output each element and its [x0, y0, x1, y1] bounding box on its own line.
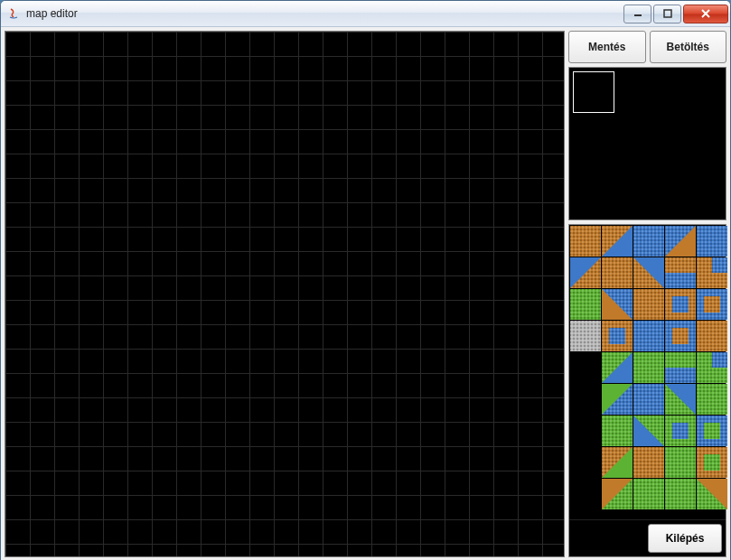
palette-tile[interactable]	[665, 289, 696, 320]
palette-tile[interactable]	[697, 447, 727, 478]
exit-row: Kilépés	[569, 519, 726, 556]
palette-tile[interactable]	[602, 321, 633, 351]
minimap-cursor	[573, 71, 614, 113]
palette-tile[interactable]	[665, 447, 696, 478]
java-icon	[6, 6, 21, 21]
palette-tile[interactable]	[602, 352, 633, 383]
palette-tile[interactable]	[602, 447, 633, 478]
grid-overlay	[5, 32, 564, 556]
palette-tile[interactable]	[602, 257, 633, 288]
palette-tile[interactable]	[633, 321, 664, 351]
palette-grid	[569, 225, 726, 510]
palette-tile[interactable]	[570, 289, 601, 320]
palette-tile[interactable]	[633, 479, 664, 509]
palette-tile[interactable]	[602, 289, 633, 320]
palette-tile[interactable]	[665, 384, 696, 415]
palette-tile[interactable]	[665, 257, 696, 288]
save-button[interactable]: Mentés	[568, 31, 646, 63]
palette-tile[interactable]	[697, 352, 727, 383]
palette-tile[interactable]	[665, 479, 696, 509]
palette-tile[interactable]	[570, 447, 601, 478]
palette-tile[interactable]	[602, 384, 633, 415]
palette-tile[interactable]	[665, 226, 696, 257]
palette-tile[interactable]	[633, 226, 664, 257]
palette-tile[interactable]	[570, 321, 601, 351]
palette-tile[interactable]	[602, 226, 633, 257]
load-button[interactable]: Betöltés	[650, 31, 727, 63]
palette-tile[interactable]	[697, 415, 727, 446]
palette-tile[interactable]	[570, 479, 601, 509]
tile-palette: Kilépés	[568, 224, 726, 557]
palette-tile[interactable]	[602, 479, 633, 509]
side-panel: Mentés Betöltés Kilépés	[568, 31, 726, 557]
palette-tile[interactable]	[665, 321, 696, 351]
palette-tile[interactable]	[633, 352, 664, 383]
palette-tile[interactable]	[697, 321, 727, 351]
top-button-row: Mentés Betöltés	[568, 31, 726, 63]
svg-rect-1	[664, 10, 671, 17]
palette-tile[interactable]	[697, 384, 727, 415]
palette-tile[interactable]	[665, 352, 696, 383]
client-area: Mentés Betöltés Kilépés	[1, 27, 730, 560]
palette-tile[interactable]	[602, 415, 633, 446]
palette-tile[interactable]	[697, 257, 727, 288]
palette-tile[interactable]	[697, 226, 727, 257]
titlebar[interactable]: map editor	[1, 1, 730, 27]
app-window: map editor Mentés Betöltés Kilépés	[0, 0, 731, 560]
exit-button[interactable]: Kilépés	[648, 524, 722, 553]
minimap-panel[interactable]	[568, 67, 726, 220]
palette-tile[interactable]	[570, 352, 601, 383]
palette-tile[interactable]	[633, 415, 664, 446]
palette-tile[interactable]	[633, 384, 664, 415]
map-canvas[interactable]	[5, 31, 565, 557]
palette-tile[interactable]	[633, 289, 664, 320]
window-title: map editor	[26, 7, 623, 20]
palette-tile[interactable]	[570, 226, 601, 257]
palette-tile[interactable]	[570, 415, 601, 446]
palette-tile[interactable]	[633, 257, 664, 288]
window-controls	[623, 5, 728, 23]
palette-tile[interactable]	[570, 257, 601, 288]
palette-tile[interactable]	[697, 289, 727, 320]
maximize-button[interactable]	[653, 5, 681, 23]
palette-tile[interactable]	[633, 447, 664, 478]
palette-tile[interactable]	[665, 415, 696, 446]
palette-tile[interactable]	[697, 479, 727, 509]
close-button[interactable]	[683, 5, 728, 23]
minimize-button[interactable]	[623, 5, 651, 23]
palette-tile[interactable]	[570, 384, 601, 415]
